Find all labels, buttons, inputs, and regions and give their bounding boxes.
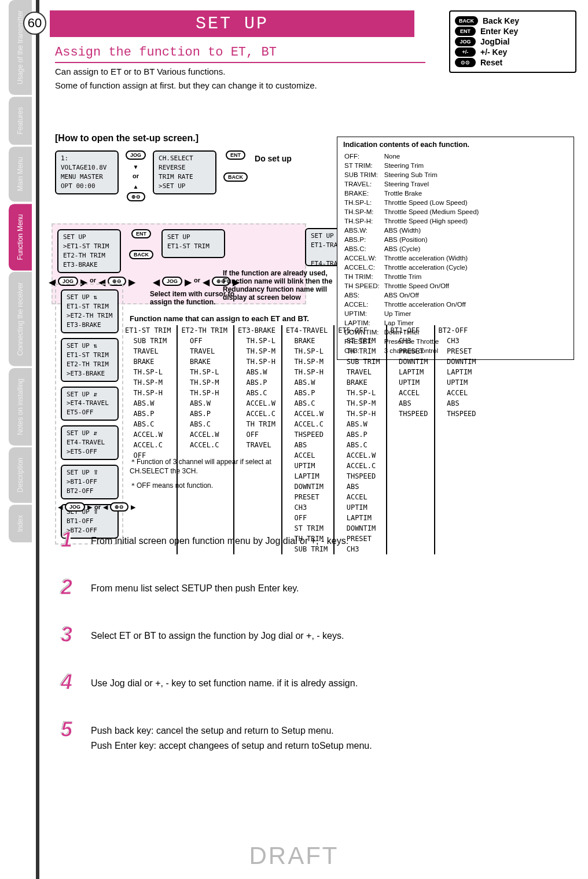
assign-column-item: ACCEL.W [286, 409, 328, 419]
assign-column-item: UPTIM [391, 377, 428, 388]
step-number-badge: 1 [55, 528, 78, 552]
table-cell: Up Timer [384, 310, 483, 318]
table-cell: None [384, 152, 483, 160]
table-cell: Steering Trim [384, 161, 483, 170]
table-row: ACCEL.C:Throttle acceleration (Cycle) [344, 263, 482, 271]
assign-column-item: ACCEL.W [181, 429, 227, 440]
table-row: ABS.C:ABS (Cycle) [344, 245, 482, 253]
assign-column-item: ACCEL [391, 388, 428, 398]
key-legend-label: Back Key [483, 16, 519, 25]
table-cell: Throttle acceleration On/Off [384, 300, 483, 308]
assign-column-item: ABS.P [181, 409, 227, 419]
page-number: 60 [23, 12, 46, 35]
intro-line-1: Can assign to ET or to BT Various functi… [55, 65, 425, 79]
assign-column-item: ABS.W [181, 398, 227, 409]
assign-column-item: THSPEED [338, 471, 380, 481]
table-row: OFF:None [344, 152, 482, 160]
assign-column-item: ABS.C [238, 388, 275, 398]
assign-column-item: TH.SP-L [286, 346, 328, 356]
table-cell: SUB TRIM: [344, 171, 383, 179]
assign-column-item: ABS.C [286, 398, 328, 409]
assign-column-item: TH TRIM [238, 419, 275, 429]
table-cell: Throttle acceleration (Width) [384, 254, 483, 262]
assign-column-item: DOWNTIM [391, 356, 428, 367]
assign-column-item: UPTIM [286, 461, 328, 471]
⊙⊙-icon: ⊙⊙ [455, 58, 476, 67]
table-row: TH SPEED:Throttle Speed On/Off [344, 282, 482, 290]
table-cell: ABS.C: [344, 245, 383, 253]
assign-column-item: TRAVEL [181, 346, 227, 356]
jog-icon: JOG [455, 37, 476, 46]
assign-column-item: BRAKE [286, 336, 328, 346]
assign-column-item: TH.SP-L [238, 336, 275, 346]
assign-column-item: ACCEL [439, 388, 476, 398]
step-row: 5Push back key: cancel the setup and ret… [55, 718, 564, 753]
table-cell: TH.SP-H: [344, 217, 383, 225]
assign-column-item: THSPEED [286, 429, 328, 440]
table-cell: BRAKE: [344, 189, 383, 197]
table-cell: ST TRIM: [344, 161, 383, 170]
jog-pill-3: JOG [162, 277, 182, 286]
right-arrow-icon-3: ▶ [185, 277, 192, 288]
assign-column-item: ABS.W [338, 419, 380, 429]
assign-column-item: PRESET [439, 346, 476, 356]
key-legend-row: BACKBack Key [455, 16, 571, 25]
assign-column-item: TRAVEL [238, 440, 275, 450]
assign-column-item: OFF [286, 513, 328, 523]
table-cell: ABS On/Off [384, 291, 483, 299]
arrow-up-icon [133, 181, 139, 191]
assign-column: ET3-BRAKE TH.SP-L TH.SP-M TH.SP-H ABS.W … [233, 325, 279, 554]
side-tab-description[interactable]: Description [9, 447, 32, 503]
intro-text: Can assign to ET or to BT Various functi… [55, 65, 425, 93]
ent-pill-2: ENT [131, 229, 151, 238]
table-row: SUB TRIM:Steering Sub Trim [344, 171, 482, 179]
side-tab-connecting[interactable]: Connecting the receiver [9, 272, 32, 366]
table-row: ST TRIM:Steering Trim [344, 161, 482, 170]
side-tab-notes-on[interactable]: Notes on installing [9, 368, 32, 446]
table-cell: UPTIM: [344, 310, 383, 318]
right-arrow-icon-b: ▶ [87, 503, 92, 511]
table-cell: ABS (Position) [384, 236, 483, 244]
side-tab-main-menu[interactable]: Main Menu [9, 146, 32, 201]
assign-column-item: TH.SP-L [125, 367, 171, 377]
table-cell: ACCEL: [344, 300, 383, 308]
assign-column-item: DOWNTIM [439, 356, 476, 367]
table-cell: Throttle Trim [384, 273, 483, 281]
assign-column: ET2-TH TRIM OFF TRAVEL BRAKE TH.SP-L TH.… [177, 325, 230, 554]
table-row: ABS:ABS On/Off [344, 291, 482, 299]
assign-column-item: OFF [181, 336, 227, 346]
assign-column-item: CH3 [391, 336, 428, 346]
side-tab-function-menu[interactable]: Function Menu [9, 204, 32, 270]
ent-pill: ENT [226, 150, 245, 160]
assign-column-item: BRAKE [125, 356, 171, 367]
howto-heading: [How to open the set-up screen.] [55, 133, 199, 144]
side-tab-index[interactable]: Index [9, 505, 32, 542]
table-cell: TH SPEED: [344, 282, 383, 290]
table-cell: Steering Sub Trim [384, 171, 483, 179]
step-list: 1From initial screen open function menu … [55, 528, 564, 776]
step-row: 4Use Jog dial or +, - key to set functio… [55, 670, 564, 694]
assign-column-item: ABS [286, 440, 328, 450]
table-row: ABS.P:ABS (Position) [344, 236, 482, 244]
assign-column-item: ACCEL.C [181, 440, 227, 450]
assign-column-item: DOWNTIM [286, 481, 328, 492]
assign-column-item: ABS.C [338, 440, 380, 450]
assign-column: BT2-OFF CH3 PRESET DOWNTIM LAPTIM UPTIM … [434, 325, 480, 554]
assign-column-header: ET2-TH TRIM [181, 325, 227, 336]
intro-line-2: Some of function assign at first. but th… [55, 79, 425, 93]
assign-column-item: TH.SP-M [338, 398, 380, 409]
side-tab-features[interactable]: Features [9, 97, 32, 145]
lcd-stack-item: SET UP ⇅ ET1-ST TRIM ET2-TH TRIM>ET3-BRA… [61, 338, 119, 382]
assign-column-item: ACCEL.C [286, 419, 328, 429]
left-arrow-icon-4: ◀ [203, 277, 210, 288]
assign-column-header: BT2-OFF [439, 325, 476, 336]
assign-column-item: PRESET [391, 346, 428, 356]
step-text: From initial screen open function menu b… [91, 528, 348, 549]
assign-column: ET4-TRAVEL BRAKE TH.SP-L TH.SP-M TH.SP-H… [281, 325, 331, 554]
table-cell: OFF: [344, 152, 383, 160]
assign-column-item: LAPTIM [391, 367, 428, 377]
table-row: ABS.W:ABS (Width) [344, 226, 482, 234]
key-legend-row: ENTEnter Key [455, 27, 571, 36]
table-cell: Throttle Speed (High speed) [384, 217, 483, 225]
assign-column-header: ET3-BRAKE [238, 325, 275, 336]
